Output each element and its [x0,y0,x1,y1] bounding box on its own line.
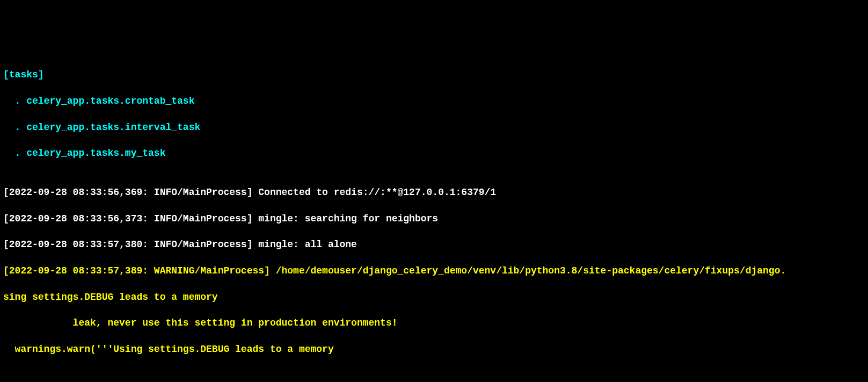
log-line: [2022-09-28 08:33:56,369: INFO/MainProce… [3,186,865,199]
log-line-warning: leak, never use this setting in producti… [3,316,865,329]
task-item: . celery_app.tasks.my_task [3,147,865,160]
log-line-warning: warnings.warn('''Using settings.DEBUG le… [3,343,865,356]
log-line: [2022-09-28 08:33:57,380: INFO/MainProce… [3,238,865,251]
task-item: . celery_app.tasks.interval_task [3,121,865,134]
log-line-warning: sing settings.DEBUG leads to a memory [3,291,865,304]
log-line-warning: [2022-09-28 08:33:57,389: WARNING/MainPr… [3,264,865,277]
log-line: [2022-09-28 08:33:56,373: INFO/MainProce… [3,212,865,225]
terminal-output: [tasks] . celery_app.tasks.crontab_task … [3,55,865,382]
tasks-header: [tasks] [3,68,865,81]
task-item: . celery_app.tasks.crontab_task [3,95,865,107]
